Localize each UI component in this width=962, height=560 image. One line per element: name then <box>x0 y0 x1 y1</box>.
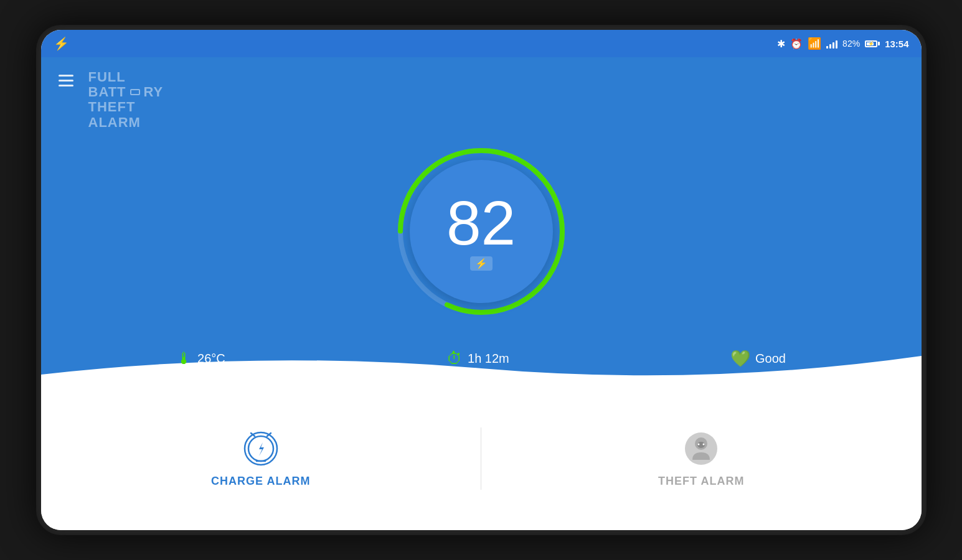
health-value: Good <box>755 352 786 366</box>
app-notification-icon: ⚡ <box>54 36 69 51</box>
battery-value: 82 <box>446 192 516 254</box>
bottom-panel: CHARGE ALARM <box>41 387 922 530</box>
theft-alarm-icon <box>682 430 720 467</box>
signal-icon <box>826 39 837 49</box>
app-header: FULL BATT RY THEFT ALARM <box>41 57 922 142</box>
time-value: 1h 12m <box>468 352 509 366</box>
bluetooth-icon: ✱ <box>777 38 785 50</box>
alarm-icon: ⏰ <box>790 38 803 50</box>
stats-row: 🌡 26°C ⏱ 1h 12m 💚 Good <box>41 339 922 387</box>
bottom-actions: CHARGE ALARM <box>41 387 922 530</box>
app-title-line4: ALARM <box>88 115 164 130</box>
status-left: ⚡ <box>54 36 69 51</box>
device-frame: ⚡ ✱ ⏰ 📶 82% <box>36 25 927 535</box>
battery-percentage: 82% <box>842 39 860 49</box>
device-screen: ⚡ ✱ ⏰ 📶 82% <box>41 30 922 530</box>
health-stat: 💚 Good <box>730 349 786 368</box>
charge-indicator: ⚡ <box>470 256 493 271</box>
theft-alarm-label: THEFT ALARM <box>658 475 744 488</box>
wifi-icon: 📶 <box>808 37 821 50</box>
charge-lightning-icon: ⚡ <box>475 258 488 269</box>
charge-alarm-button[interactable]: CHARGE ALARM <box>41 418 481 500</box>
app-title-line1: FULL <box>88 70 164 85</box>
temperature-stat: 🌡 26°C <box>176 349 225 368</box>
gauge-inner: 82 ⚡ <box>410 160 553 303</box>
app-title: FULL BATT RY THEFT ALARM <box>88 70 164 130</box>
charge-alarm-icon <box>242 430 280 467</box>
battery-title-icon <box>130 89 140 95</box>
theft-alarm-button[interactable]: THEFT ALARM <box>481 418 922 500</box>
menu-button[interactable] <box>56 72 76 89</box>
clock-stat-icon: ⏱ <box>446 349 463 368</box>
heart-icon: 💚 <box>730 349 750 368</box>
charge-alarm-label: CHARGE ALARM <box>211 475 310 488</box>
gauge-wrapper: 82 ⚡ <box>394 144 568 319</box>
battery-gauge: 82 ⚡ <box>41 124 922 339</box>
battery-icon: ⚡ <box>865 40 880 47</box>
app-title-line3: THEFT <box>88 100 164 114</box>
svg-point-11 <box>703 443 705 445</box>
thermometer-icon: 🌡 <box>176 349 192 368</box>
svg-point-10 <box>698 443 700 445</box>
status-right: ✱ ⏰ 📶 82% ⚡ <box>777 37 908 50</box>
main-area: FULL BATT RY THEFT ALARM <box>41 57 922 387</box>
time-display: 13:54 <box>885 39 908 49</box>
status-bar: ⚡ ✱ ⏰ 📶 82% <box>41 30 922 57</box>
app-title-line2: BATT RY <box>88 85 164 100</box>
time-stat: ⏱ 1h 12m <box>446 349 509 368</box>
temperature-value: 26°C <box>197 352 225 366</box>
